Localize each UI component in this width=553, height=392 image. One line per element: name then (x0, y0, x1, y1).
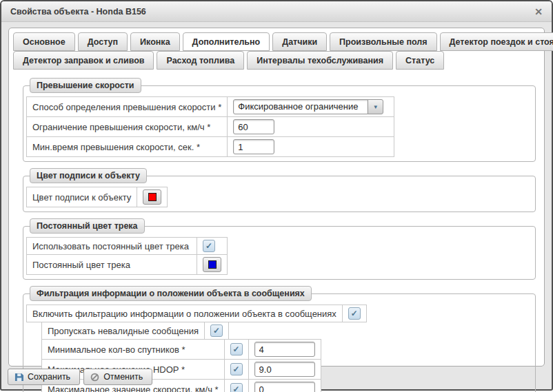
speed-limit-label: Ограничение превышения скорости, км/ч * (27, 117, 228, 137)
tab-custom-fields[interactable]: Произвольные поля (330, 32, 436, 51)
table-row: Минимальное кол-во спутников * ✓ (42, 340, 321, 360)
enable-filtering-checkbox[interactable]: ✓ (348, 307, 361, 320)
combo-trigger-button[interactable]: ▼ (368, 99, 383, 114)
close-icon[interactable]: ✕ (534, 7, 543, 17)
cancel-button[interactable]: Отменить (83, 369, 152, 385)
track-color-swatch (208, 260, 217, 269)
tab-fuel-fill-drain-detector[interactable]: Детектор заправок и сливов (13, 51, 154, 70)
table-row: Включить фильтрацию информации о положен… (27, 305, 367, 322)
min-speeding-time-input[interactable] (233, 139, 274, 154)
label-color-picker-button[interactable] (143, 189, 161, 205)
table-row: Способ определения превышения скорости *… (27, 97, 394, 117)
tab-panel: Основное Доступ Иконка Дополнительно Дат… (8, 28, 545, 367)
use-track-color-label: Использовать постоянный цвет трека (27, 238, 197, 255)
tab-service-intervals[interactable]: Интервалы техобслуживания (247, 51, 393, 70)
min-satellites-checkbox[interactable]: ✓ (230, 343, 243, 355)
speed-method-combobox[interactable]: Фиксированное ограничение ▼ (233, 99, 388, 114)
skip-invalid-label: Пропускать невалидные сообщения (42, 322, 205, 340)
min-satellites-label: Минимальное кол-во спутников * (42, 340, 225, 360)
speed-method-label: Способ определения превышения скорости * (27, 97, 228, 117)
tab-sensors[interactable]: Датчики (272, 32, 327, 51)
speed-method-value[interactable]: Фиксированное ограничение (233, 99, 368, 114)
min-satellites-input[interactable] (254, 342, 315, 357)
table-row: Пропускать невалидные сообщения ✓ (42, 322, 229, 340)
tab-additional[interactable]: Дополнительно (183, 32, 270, 51)
tab-row-1: Основное Доступ Иконка Дополнительно Дат… (13, 32, 540, 51)
speeding-legend: Превышение скорости (30, 78, 141, 93)
table-row: Использовать постоянный цвет трека ✓ (27, 238, 228, 255)
tab-access[interactable]: Доступ (78, 32, 128, 51)
tab-icon[interactable]: Иконка (130, 32, 179, 51)
tab-row-2: Детектор заправок и сливов Расход топлив… (13, 51, 540, 70)
tab-fuel-consumption[interactable]: Расход топлива (157, 51, 244, 70)
titlebar: Свойства объекта - Honda B156 ✕ (1, 1, 552, 22)
skip-invalid-table: Пропускать невалидные сообщения ✓ (41, 322, 229, 340)
label-color-swatch (148, 193, 157, 201)
save-button[interactable]: Сохранить (8, 369, 80, 385)
track-color-picker-button[interactable] (203, 257, 221, 272)
table-row: Мин.время превышения скорости, сек. * (27, 137, 394, 157)
max-hdop-input[interactable] (254, 362, 315, 377)
label-color-table: Цвет подписи к объекту (26, 187, 168, 207)
table-row: Ограничение превышения скорости, км/ч * (27, 117, 394, 137)
footer-toolbar: Сохранить Отменить (8, 369, 152, 385)
label-color-legend: Цвет подписи к объекту (30, 168, 147, 183)
save-button-label: Сохранить (28, 372, 70, 382)
filtering-legend: Фильтрация информации о положении объект… (30, 286, 312, 301)
speed-limit-input[interactable] (233, 119, 274, 134)
speeding-fieldset: Превышение скорости Способ определения п… (23, 78, 536, 162)
table-row: Цвет подписи к объекту (27, 187, 168, 207)
track-color-fieldset: Постоянный цвет трека Использовать посто… (23, 218, 536, 280)
tab-strip: Основное Доступ Иконка Дополнительно Дат… (9, 28, 544, 70)
max-speed-input[interactable] (254, 382, 315, 392)
label-color-label: Цвет подписи к объекту (27, 187, 137, 207)
label-color-fieldset: Цвет подписи к объекту Цвет подписи к об… (23, 168, 536, 212)
object-properties-dialog: Свойства объекта - Honda B156 ✕ Основное… (0, 0, 553, 391)
tab-status[interactable]: Статус (396, 51, 444, 70)
save-floppy-icon (14, 373, 23, 382)
tab-basic[interactable]: Основное (13, 32, 75, 51)
cancel-button-label: Отменить (103, 372, 143, 382)
filtering-enable-table: Включить фильтрацию информации о положен… (26, 305, 367, 322)
tab-trip-parking-detector[interactable]: Детектор поездок и стоянок (440, 32, 553, 51)
chevron-down-icon: ▼ (373, 104, 379, 110)
track-color-legend: Постоянный цвет трека (30, 218, 145, 234)
min-speeding-time-label: Мин.время превышения скорости, сек. * (27, 137, 228, 157)
table-row: Постоянный цвет трека (27, 255, 228, 275)
speeding-table: Способ определения превышения скорости *… (26, 96, 394, 157)
use-track-color-checkbox[interactable]: ✓ (203, 240, 215, 252)
max-hdop-checkbox[interactable]: ✓ (230, 363, 243, 375)
dialog-title: Свойства объекта - Honda B156 (10, 7, 534, 17)
tab-content-additional: Превышение скорости Способ определения п… (9, 70, 544, 392)
cancel-slash-circle-icon (90, 373, 99, 382)
skip-invalid-checkbox[interactable]: ✓ (210, 324, 223, 337)
enable-filtering-label: Включить фильтрацию информации о положен… (27, 305, 343, 322)
max-speed-checkbox[interactable]: ✓ (230, 383, 243, 392)
track-color-label: Постоянный цвет трека (27, 255, 197, 275)
track-color-table: Использовать постоянный цвет трека ✓ Пос… (26, 237, 228, 275)
